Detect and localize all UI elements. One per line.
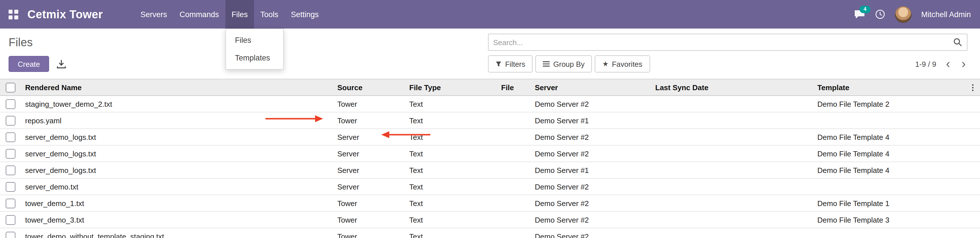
group-by-button[interactable]: Group By (536, 56, 592, 73)
cell-file (496, 129, 530, 145)
table-row[interactable]: server_demo_logs.txt Server Text Demo Se… (0, 162, 980, 178)
cell-template: Demo File Template 4 (813, 129, 966, 145)
table-header-row: Rendered Name Source File Type File Serv… (0, 79, 980, 95)
cell-last-sync-date (651, 195, 813, 211)
files-list-table: Rendered Name Source File Type File Serv… (0, 79, 980, 238)
main-menu: Servers Commands Files Files Templates T… (134, 0, 325, 29)
cell-rendered-name: repos.yaml (21, 112, 333, 129)
search-box (488, 34, 967, 51)
cell-source: Server (333, 129, 405, 145)
filter-funnel-icon (495, 61, 502, 67)
cell-server: Demo Server #2 (530, 129, 651, 145)
cell-last-sync-date (651, 95, 813, 112)
cell-file-type: Text (405, 162, 496, 178)
column-header-template[interactable]: Template (813, 79, 966, 95)
cell-file (496, 162, 530, 178)
row-checkbox[interactable] (5, 116, 15, 125)
cell-rendered-name: server_demo_logs.txt (21, 162, 333, 178)
table-row[interactable]: repos.yaml Tower Text Demo Server #1 (0, 112, 980, 129)
column-header-file-type[interactable]: File Type (405, 79, 496, 95)
table-row[interactable]: tower_demo_without_template_staging.txt … (0, 228, 980, 238)
navbar-right: 4 Mitchell Admin (854, 0, 980, 29)
messages-count-badge: 4 (859, 5, 870, 13)
cell-last-sync-date (651, 112, 813, 129)
cell-template (813, 112, 966, 129)
cell-last-sync-date (651, 228, 813, 238)
row-checkbox[interactable] (5, 165, 15, 175)
user-name[interactable]: Mitchell Admin (921, 10, 971, 19)
cell-file (496, 95, 530, 112)
row-checkbox[interactable] (5, 149, 15, 159)
menu-tools[interactable]: Tools (254, 0, 285, 29)
column-header-server[interactable]: Server (530, 79, 651, 95)
menu-commands[interactable]: Commands (173, 0, 225, 29)
row-checkbox[interactable] (5, 99, 15, 109)
cell-rendered-name: server_demo.txt (21, 178, 333, 195)
create-button[interactable]: Create (9, 56, 49, 72)
pager-previous-icon[interactable]: ‹ (944, 58, 952, 70)
messages-icon[interactable]: 4 (854, 10, 865, 19)
filters-button[interactable]: Filters (488, 56, 533, 73)
apps-grid-icon[interactable] (9, 10, 18, 19)
search-input[interactable] (488, 38, 948, 46)
column-header-file[interactable]: File (496, 79, 530, 95)
cell-source: Tower (333, 112, 405, 129)
cell-server: Demo Server #2 (530, 195, 651, 211)
cell-last-sync-date (651, 162, 813, 178)
export-download-icon[interactable] (57, 59, 66, 69)
app-brand[interactable]: Cetmix Tower (27, 8, 103, 21)
row-checkbox[interactable] (5, 132, 15, 142)
cell-server: Demo Server #2 (530, 228, 651, 238)
column-header-source[interactable]: Source (333, 79, 405, 95)
column-header-last-sync-date[interactable]: Last Sync Date (651, 79, 813, 95)
table-row[interactable]: staging_tower_demo_2.txt Tower Text Demo… (0, 95, 980, 112)
select-all-checkbox[interactable] (5, 83, 15, 92)
pager-next-icon[interactable]: › (960, 58, 967, 70)
cell-file-type: Text (405, 95, 496, 112)
search-icon[interactable] (948, 38, 967, 47)
pager: 1-9 / 9 ‹ › (915, 58, 967, 70)
row-checkbox[interactable] (5, 198, 15, 208)
menu-servers[interactable]: Servers (134, 0, 173, 29)
cell-template: Demo File Template 4 (813, 145, 966, 162)
cell-file-type: Text (405, 211, 496, 228)
cell-last-sync-date (651, 129, 813, 145)
dropdown-item-files[interactable]: Files (226, 32, 283, 49)
table-row[interactable]: server_demo_logs.txt Server Text Demo Se… (0, 145, 980, 162)
group-by-bars-icon (543, 61, 550, 67)
cell-template (813, 228, 966, 238)
star-icon: ★ (603, 60, 609, 67)
cell-server: Demo Server #2 (530, 95, 651, 112)
menu-files[interactable]: Files Files Templates (225, 0, 254, 29)
cell-file-type: Text (405, 112, 496, 129)
table-row[interactable]: server_demo_logs.txt Server Text Demo Se… (0, 129, 980, 145)
cell-file-type: Text (405, 195, 496, 211)
cell-rendered-name: tower_demo_1.txt (21, 195, 333, 211)
user-avatar[interactable] (895, 6, 912, 22)
table-body: staging_tower_demo_2.txt Tower Text Demo… (0, 95, 980, 238)
cell-last-sync-date (651, 211, 813, 228)
files-dropdown-menu: Files Templates (225, 29, 283, 70)
cell-source: Tower (333, 95, 405, 112)
table-row[interactable]: server_demo.txt Server Text Demo Server … (0, 178, 980, 195)
cell-server: Demo Server #2 (530, 145, 651, 162)
table-row[interactable]: tower_demo_1.txt Tower Text Demo Server … (0, 195, 980, 211)
dropdown-item-templates[interactable]: Templates (226, 49, 283, 67)
row-checkbox[interactable] (5, 182, 15, 192)
cell-source: Tower (333, 228, 405, 238)
cell-rendered-name: server_demo_logs.txt (21, 145, 333, 162)
favorites-button[interactable]: ★ Favorites (595, 56, 650, 73)
menu-settings[interactable]: Settings (285, 0, 325, 29)
row-checkbox[interactable] (5, 215, 15, 225)
activities-clock-icon[interactable] (875, 9, 885, 19)
row-checkbox[interactable] (5, 232, 15, 238)
cell-template (813, 178, 966, 195)
favorites-button-label: Favorites (612, 60, 643, 68)
cell-template: Demo File Template 2 (813, 95, 966, 112)
column-options-kebab-icon[interactable]: ⋮ (969, 83, 977, 92)
pager-range: 1-9 / 9 (915, 60, 936, 68)
table-row[interactable]: tower_demo_3.txt Tower Text Demo Server … (0, 211, 980, 228)
app-root: Cetmix Tower Servers Commands Files File… (0, 0, 980, 238)
cell-file-type: Text (405, 145, 496, 162)
column-header-rendered-name[interactable]: Rendered Name (21, 79, 333, 95)
